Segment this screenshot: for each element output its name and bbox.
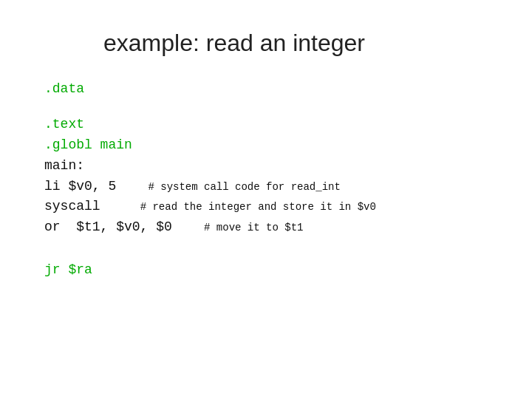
slide: example: read an integer .data .text .gl…: [0, 0, 532, 399]
li-comment: # system call code for read_int: [148, 181, 340, 193]
or-code: or $t1, $v0, $0: [44, 219, 204, 234]
syscall-instruction: syscall # read the integer and store it …: [44, 197, 502, 217]
data-section: .data: [44, 79, 502, 100]
text-section: .text .globl main main: li $v0, 5 # syst…: [44, 115, 502, 238]
slide-title: example: read an integer: [103, 30, 502, 57]
or-instruction: or $t1, $v0, $0 # move it to $t1: [44, 217, 502, 238]
main-label: main:: [44, 156, 502, 177]
or-comment: # move it to $t1: [204, 222, 303, 233]
data-directive: .data: [44, 79, 502, 100]
globl-directive: .globl main: [44, 135, 502, 156]
code-block: .data .text .globl main main: li $v0, 5 …: [44, 79, 502, 281]
jr-instruction: jr $ra: [44, 260, 502, 281]
li-code: li $v0, 5: [44, 179, 148, 194]
li-instruction: li $v0, 5 # system call code for read_in…: [44, 177, 502, 197]
syscall-code: syscall: [44, 199, 140, 214]
syscall-comment: # read the integer and store it in $v0: [140, 201, 376, 213]
jr-section: jr $ra: [44, 260, 502, 281]
text-directive: .text: [44, 115, 502, 135]
